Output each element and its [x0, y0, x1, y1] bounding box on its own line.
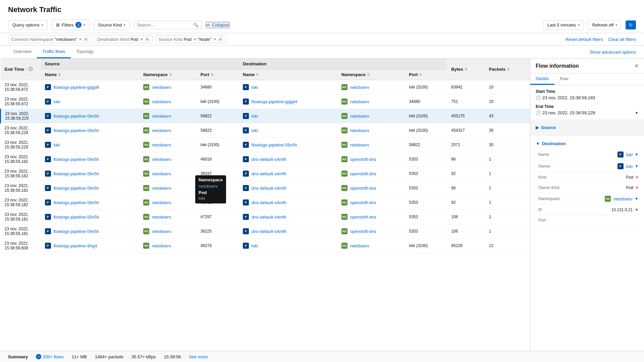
close-panel-button[interactable]: ✕: [634, 63, 639, 69]
refresh-icon-button[interactable]: ↻: [626, 20, 636, 29]
dst-name-link[interactable]: loki: [252, 243, 258, 248]
dst-ns-link[interactable]: openshift-dns: [350, 157, 376, 162]
dst-name-link[interactable]: flowlogs-pipeline-gqgd4: [252, 99, 298, 104]
tab-overview[interactable]: Overview: [8, 46, 37, 58]
src-name-link[interactable]: flowlogs-pipeline-gqgd4: [54, 85, 100, 90]
dest-owner-kind-remove-icon[interactable]: ✕: [635, 185, 639, 190]
table-row[interactable]: 23 nov. 2022, 15:38:59,972 P flowlogs-pi…: [1, 80, 530, 95]
src-name-link[interactable]: flowlogs-pipeline-59v5h: [54, 157, 99, 162]
destination-kind-clear-btn[interactable]: ✕: [145, 37, 150, 42]
dst-ns-link[interactable]: netobserv: [350, 243, 369, 248]
query-options-button[interactable]: Query options ▾: [8, 20, 48, 30]
dest-name-filter-icon[interactable]: ▼: [635, 152, 639, 157]
dst-ns-link[interactable]: openshift-dns: [350, 215, 376, 220]
source-kind-remove-btn1[interactable]: ✕: [194, 37, 197, 42]
table-row[interactable]: 23 nov. 2022, 15:38:59,229 P loki NS net…: [1, 138, 530, 152]
reset-default-filters-link[interactable]: Reset default filters: [566, 37, 603, 42]
dest-ip-filter-icon[interactable]: ▼: [635, 207, 639, 212]
src-ns-link[interactable]: netobserv: [152, 142, 171, 147]
src-name-link[interactable]: flowlogs-pipeline-59v5h: [54, 171, 99, 176]
src-ns-link[interactable]: netobserv: [152, 128, 171, 133]
table-row[interactable]: 23 nov. 2022, 15:38:58,609 P flowlogs-pi…: [1, 239, 530, 253]
src-ns-link[interactable]: netobserv: [152, 200, 171, 205]
src-ns-link[interactable]: netobserv: [152, 171, 171, 176]
src-name-link[interactable]: flowlogs-pipeline-59v5h: [54, 186, 99, 191]
table-row[interactable]: 23 nov. 2022, 15:38:59,229 P flowlogs-pi…: [1, 109, 530, 123]
common-namespace-clear-btn[interactable]: ✕: [83, 37, 89, 42]
table-row[interactable]: 23 nov. 2022, 15:38:59,972 P loki NS net…: [1, 95, 530, 109]
src-ns-link[interactable]: netobserv: [152, 243, 171, 248]
tab-topology[interactable]: Topology: [71, 46, 99, 58]
dst-ns-link[interactable]: openshift-dns: [350, 200, 376, 205]
dst-ns-link[interactable]: netobserv: [350, 85, 369, 90]
src-name-link[interactable]: flowlogs-pipeline-59v5h: [54, 215, 99, 220]
dst-ns-link[interactable]: netobserv: [350, 128, 369, 133]
side-tab-details[interactable]: Details: [530, 73, 554, 85]
dest-kind-remove-icon[interactable]: ✕: [635, 175, 639, 180]
table-row[interactable]: 23 nov. 2022, 15:38:59,182 P flowlogs-pi…: [1, 195, 530, 210]
filters-button[interactable]: ⊞ Filters 1 ▾: [52, 19, 90, 30]
table-row[interactable]: 23 nov. 2022, 15:38:59,181 P flowlogs-pi…: [1, 210, 530, 224]
source-kind-remove-btn2[interactable]: ✕: [213, 37, 216, 42]
src-ns-link[interactable]: netobserv: [152, 229, 171, 234]
dst-name-link[interactable]: dns-default-s4mfh: [252, 157, 286, 162]
src-name-link[interactable]: flowlogs-pipeline-59v5h: [54, 128, 99, 133]
dst-ns-link[interactable]: openshift-dns: [350, 186, 376, 191]
dst-name-link[interactable]: dns-default-s4mfh: [252, 186, 286, 191]
bytes-cell: 106: [447, 224, 485, 239]
help-icon[interactable]: ⓘ: [29, 66, 33, 72]
src-name-link[interactable]: flowlogs-pipeline-59v5h: [54, 114, 99, 119]
dest-owner-filter-icon[interactable]: ▼: [635, 164, 639, 169]
dest-kind-row: Kind Pod ✕: [538, 172, 639, 183]
src-name-link[interactable]: flowlogs-pipeline-9rtg4: [54, 243, 97, 248]
table-row[interactable]: 23 nov. 2022, 15:38:59,182 P flowlogs-pi…: [1, 152, 530, 167]
dst-name-link[interactable]: dns-default-s4mfh: [252, 171, 286, 176]
search-container[interactable]: 🔍: [134, 21, 202, 29]
dst-ns-link[interactable]: netobserv: [350, 142, 369, 147]
source-kind-button[interactable]: Source Kind ▾: [94, 20, 130, 30]
see-more-link[interactable]: See more: [189, 354, 208, 359]
dst-name-link[interactable]: dns-default-s4mfh: [252, 229, 286, 234]
advanced-options-link[interactable]: Show advanced options: [590, 50, 636, 55]
side-tab-raw[interactable]: Raw: [554, 73, 574, 85]
bytes-col-header: Bytes ⇅: [447, 59, 485, 80]
src-ns-link[interactable]: netobserv: [152, 186, 171, 191]
collapse-button[interactable]: ⇔ Collapse: [206, 22, 230, 28]
dst-ns-link[interactable]: netobserv: [350, 114, 369, 119]
dest-ns-filter-icon[interactable]: ▼: [635, 196, 639, 201]
destination-kind-remove-btn[interactable]: ✕: [140, 37, 143, 42]
table-row[interactable]: 23 nov. 2022, 15:38:59,181 P flowlogs-pi…: [1, 224, 530, 239]
source-section-header[interactable]: ▶ Source: [536, 122, 639, 133]
dst-ns-link[interactable]: openshift-dns: [350, 171, 376, 176]
src-ns-link[interactable]: netobserv: [152, 215, 171, 220]
src-name-link[interactable]: loki: [54, 142, 60, 147]
src-ns-link[interactable]: netobserv: [152, 85, 171, 90]
src-name-link[interactable]: loki: [54, 99, 60, 104]
table-row[interactable]: 23 nov. 2022, 15:38:59,182 P flowlogs-pi…: [1, 181, 530, 195]
dst-name-link[interactable]: dns-default-s4mfh: [252, 200, 286, 205]
src-name-link[interactable]: flowlogs-pipeline-59v5h: [54, 229, 99, 234]
destination-section-header[interactable]: ▼ Destination: [536, 138, 639, 149]
source-kind-clear-btn[interactable]: ✕: [218, 37, 223, 42]
dst-name-link[interactable]: loki: [252, 85, 258, 90]
src-ns-link[interactable]: netobserv: [152, 99, 171, 104]
end-time-filter-icon[interactable]: ▼: [635, 111, 639, 115]
src-ns-link[interactable]: netobserv: [152, 157, 171, 162]
refresh-button[interactable]: Refresh off ▾: [588, 20, 622, 30]
sort-asc-icon[interactable]: ↑: [25, 67, 27, 71]
dst-name-link[interactable]: loki: [252, 128, 258, 133]
dst-name-link[interactable]: loki: [252, 114, 258, 119]
dst-ns-link[interactable]: netobserv: [350, 99, 369, 104]
src-name-link[interactable]: flowlogs-pipeline-59v5h: [54, 200, 99, 205]
clear-all-filters-link[interactable]: Clear all filters: [608, 37, 636, 42]
time-range-button[interactable]: Last 5 minutes ▾: [543, 20, 584, 30]
common-namespace-remove-btn[interactable]: ✕: [79, 37, 82, 42]
dst-ns-link[interactable]: openshift-dns: [350, 229, 376, 234]
tab-traffic-flows[interactable]: Traffic flows: [37, 46, 71, 58]
search-input[interactable]: [137, 22, 193, 27]
dst-name-link[interactable]: flowlogs-pipeline-59v5h: [252, 142, 297, 147]
table-row[interactable]: 23 nov. 2022, 15:38:59,182 P flowlogs-pi…: [1, 167, 530, 181]
dst-name-link[interactable]: dns-default-s4mfh: [252, 215, 286, 220]
src-ns-link[interactable]: netobserv: [152, 114, 171, 119]
table-row[interactable]: 23 nov. 2022, 15:38:59,229 P flowlogs-pi…: [1, 123, 530, 138]
